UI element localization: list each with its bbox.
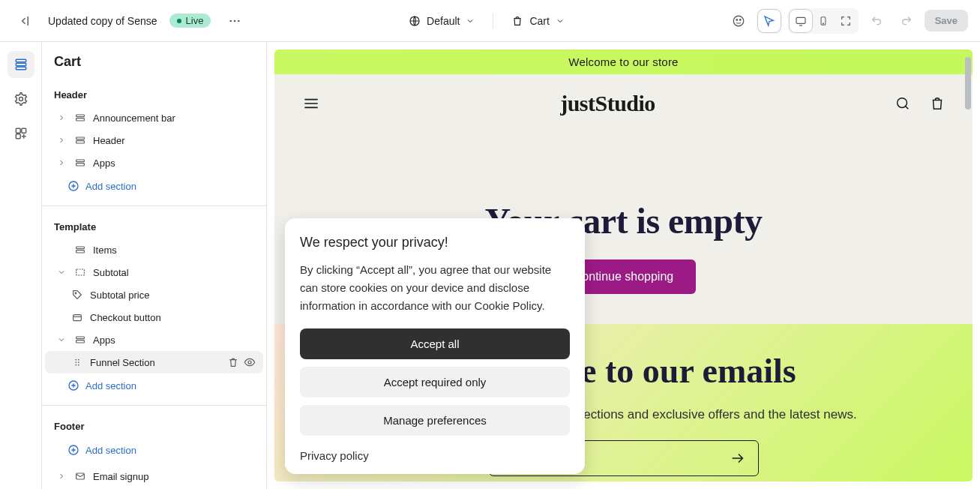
- svg-point-37: [248, 361, 251, 364]
- divider: [42, 206, 266, 206]
- sidebar-title: Cart: [42, 42, 266, 79]
- topbar-right: Save: [727, 8, 968, 34]
- chevron-down-icon: [556, 16, 565, 26]
- undo-button[interactable]: [865, 9, 889, 33]
- svg-rect-29: [76, 337, 85, 339]
- block-checkout-button[interactable]: Checkout button: [45, 306, 263, 328]
- add-section-header[interactable]: Add section: [42, 174, 266, 201]
- chevron-right-icon: [55, 112, 67, 124]
- announcement-bar: Welcome to our store: [274, 50, 973, 74]
- plus-circle-icon: [67, 380, 79, 392]
- block-funnel-section[interactable]: Funnel Section: [45, 351, 263, 374]
- svg-point-31: [75, 359, 76, 361]
- chevron-down-icon: [55, 266, 67, 278]
- topbar: Updated copy of Sense Live Default Cart: [0, 0, 980, 42]
- spacer: [55, 244, 67, 256]
- svg-point-5: [736, 19, 738, 20]
- locale-label: Default: [427, 15, 460, 27]
- live-label: Live: [186, 15, 204, 26]
- group-header-label: Header: [42, 79, 266, 106]
- redo-button[interactable]: [895, 9, 919, 33]
- svg-point-4: [733, 16, 744, 26]
- svg-rect-25: [76, 250, 85, 253]
- section-email-signup[interactable]: Email signup: [45, 465, 263, 488]
- section-label: Items: [93, 244, 117, 256]
- section-subtotal[interactable]: Subtotal: [45, 261, 263, 284]
- cart-icon[interactable]: [929, 95, 946, 112]
- drag-icon[interactable]: [70, 356, 84, 369]
- svg-rect-28: [73, 315, 82, 321]
- section-announcement-bar[interactable]: Announcement bar: [45, 106, 263, 129]
- add-section-label: Add section: [85, 380, 136, 392]
- scrollbar-thumb[interactable]: [965, 57, 971, 110]
- svg-rect-15: [21, 128, 25, 133]
- arrow-right-icon[interactable]: [730, 450, 746, 466]
- add-section-footer[interactable]: Add section: [42, 438, 266, 465]
- page-selector[interactable]: Cart: [511, 15, 564, 27]
- save-button[interactable]: Save: [925, 10, 968, 32]
- store-brand[interactable]: justStudio: [321, 91, 895, 116]
- divider: [493, 14, 493, 28]
- svg-rect-16: [16, 134, 20, 139]
- svg-rect-7: [796, 17, 805, 23]
- topbar-left: Updated copy of Sense Live: [12, 9, 247, 33]
- svg-rect-18: [76, 118, 85, 121]
- section-apps-template[interactable]: Apps: [45, 328, 263, 351]
- search-icon[interactable]: [895, 95, 911, 112]
- svg-rect-22: [76, 164, 85, 166]
- section-icon: [73, 243, 87, 256]
- svg-rect-12: [16, 67, 25, 69]
- locale-selector[interactable]: Default: [409, 15, 475, 27]
- section-label: Subtotal: [93, 267, 129, 278]
- svg-rect-19: [76, 137, 85, 140]
- svg-point-43: [898, 98, 907, 108]
- viewport-group: [788, 8, 859, 34]
- chevron-right-icon: [55, 134, 67, 146]
- svg-point-36: [78, 364, 79, 366]
- apps-tab[interactable]: [7, 120, 34, 147]
- mobile-view[interactable]: [812, 10, 835, 32]
- help-icon[interactable]: [727, 9, 751, 33]
- section-icon: [73, 333, 87, 346]
- inspector-toggle[interactable]: [758, 10, 781, 32]
- privacy-policy-link[interactable]: Privacy policy: [300, 449, 369, 462]
- accept-required-button[interactable]: Accept required only: [300, 367, 570, 398]
- section-label: Header: [93, 135, 125, 146]
- accept-all-button[interactable]: Accept all: [300, 328, 570, 359]
- chevron-down-icon: [55, 334, 67, 346]
- manage-preferences-button[interactable]: Manage preferences: [300, 405, 570, 436]
- svg-point-27: [75, 292, 76, 294]
- visibility-icon[interactable]: [244, 356, 256, 368]
- fullscreen-view[interactable]: [835, 10, 857, 32]
- svg-point-34: [78, 362, 79, 363]
- settings-tab[interactable]: [7, 86, 34, 112]
- block-label: Funnel Section: [90, 357, 155, 368]
- section-icon: [73, 134, 87, 147]
- group-template-label: Template: [42, 211, 266, 238]
- svg-rect-24: [76, 247, 85, 249]
- svg-rect-14: [16, 128, 20, 133]
- section-header[interactable]: Header: [45, 129, 263, 152]
- chevron-down-icon: [466, 16, 475, 26]
- desktop-view[interactable]: [790, 10, 812, 32]
- section-apps-header[interactable]: Apps: [45, 152, 263, 174]
- preview-scrollbar[interactable]: [965, 57, 971, 474]
- svg-rect-11: [16, 63, 25, 65]
- live-badge: Live: [169, 14, 211, 28]
- add-section-template[interactable]: Add section: [42, 374, 266, 400]
- cookie-title: We respect your privacy!: [300, 235, 570, 250]
- sidebar[interactable]: Cart Header Announcement bar Header Apps…: [42, 42, 267, 489]
- cookie-body: By clicking “Accept all”, you agree that…: [300, 261, 570, 315]
- exit-button[interactable]: [12, 9, 36, 33]
- block-subtotal-price[interactable]: Subtotal price: [45, 284, 263, 306]
- price-icon: [70, 288, 84, 302]
- svg-rect-20: [76, 141, 85, 143]
- sections-tab[interactable]: [7, 51, 34, 78]
- more-menu[interactable]: [223, 9, 247, 33]
- svg-point-35: [75, 364, 76, 366]
- section-items[interactable]: Items: [45, 238, 263, 261]
- hamburger-icon[interactable]: [301, 94, 321, 113]
- row-actions: [227, 356, 256, 368]
- delete-icon[interactable]: [227, 356, 239, 368]
- svg-point-0: [230, 20, 232, 22]
